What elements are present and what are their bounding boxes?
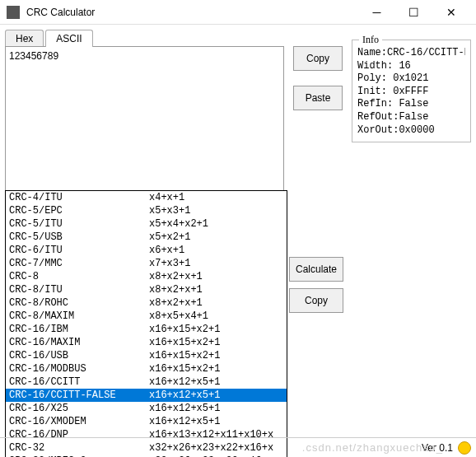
info-init: Init: 0xFFFF (357, 86, 465, 99)
titlebar: CRC Calculator ─ ☐ ✕ (0, 0, 476, 25)
smiley-icon (458, 441, 471, 455)
info-panel: Info Name:CRC-16/CCITT-FAl Width: 16 Pol… (352, 40, 471, 142)
tab-hex[interactable]: Hex (5, 30, 44, 47)
info-label: Info (359, 34, 382, 47)
dropdown-item[interactable]: CRC-8/ROHCx8+x2+x+1 (6, 296, 287, 310)
info-poly: Poly: 0x1021 (357, 72, 465, 86)
copy-button[interactable]: Copy (293, 46, 343, 71)
info-refout: RefOut:False (357, 111, 465, 124)
paste-button[interactable]: Paste (293, 86, 343, 110)
dropdown-item[interactable]: CRC-6/ITUx6+x+1 (6, 244, 287, 257)
info-name: Name:CRC-16/CCITT-FAl (357, 47, 465, 60)
maximize-button[interactable]: ☐ (395, 0, 432, 25)
dropdown-item[interactable]: CRC-16/XMODEMx16+x12+x5+1 (6, 415, 287, 428)
dropdown-item[interactable]: CRC-8/MAXIMx8+x5+x4+1 (6, 310, 287, 323)
dropdown-item[interactable]: CRC-5/EPCx5+x3+1 (6, 204, 287, 217)
calculate-button[interactable]: Calculate (289, 257, 343, 282)
info-xorout: XorOut:0x0000 (357, 124, 465, 138)
copy-result-button[interactable]: Copy (289, 288, 343, 313)
info-refin: RefIn: False (357, 98, 465, 111)
dropdown-item[interactable]: CRC-5/USBx5+x2+1 (6, 231, 287, 244)
tab-ascii[interactable]: ASCII (45, 30, 92, 47)
dropdown-item[interactable]: CRC-8x8+x2+x+1 (6, 270, 287, 283)
dropdown-item[interactable]: CRC-16/CCITTx16+x12+x5+1 (6, 375, 287, 389)
dropdown-item[interactable]: CRC-16/USBx16+x15+x2+1 (6, 349, 287, 362)
input-tabs: Hex ASCII (5, 30, 284, 47)
version-label: Ver 0.1 (422, 442, 453, 454)
dropdown-item[interactable]: CRC-16/IBMx16+x15+x2+1 (6, 323, 287, 336)
statusbar: Ver 0.1 (0, 437, 476, 457)
minimize-button[interactable]: ─ (358, 0, 395, 25)
app-icon (7, 6, 20, 19)
dropdown-item[interactable]: CRC-16/X25x16+x12+x5+1 (6, 402, 287, 415)
dropdown-item[interactable]: CRC-16/CCITT-FALSEx16+x12+x5+1 (6, 389, 287, 402)
dropdown-item[interactable]: CRC-4/ITUx4+x+1 (6, 191, 287, 204)
dropdown-item[interactable]: CRC-5/ITUx5+x4+x2+1 (6, 217, 287, 231)
dropdown-item[interactable]: CRC-16/MODBUSx16+x15+x2+1 (6, 362, 287, 375)
close-button[interactable]: ✕ (432, 0, 469, 25)
dropdown-item[interactable]: CRC-7/MMCx7+x3+1 (6, 257, 287, 270)
dropdown-item[interactable]: CRC-8/ITUx8+x2+x+1 (6, 283, 287, 296)
crc-dropdown-list[interactable]: CRC-4/ITUx4+x+1CRC-5/EPCx5+x3+1CRC-5/ITU… (5, 190, 287, 457)
window-title: CRC Calculator (26, 7, 358, 18)
dropdown-item[interactable]: CRC-16/MAXIMx16+x15+x2+1 (6, 336, 287, 349)
info-width: Width: 16 (357, 60, 465, 73)
